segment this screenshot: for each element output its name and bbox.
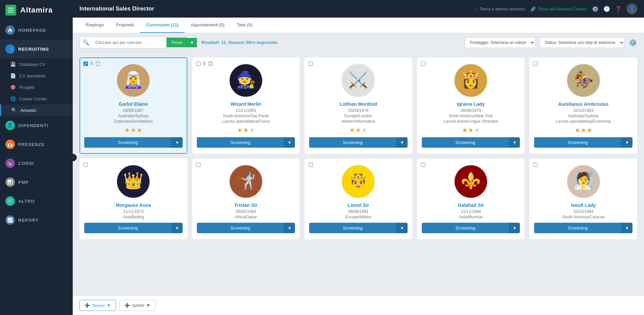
report-icon: 📈 — [5, 215, 15, 225]
candidate-checkbox[interactable] — [84, 163, 88, 167]
sidebar-item-altro[interactable]: ⚙️ ALTRO — [0, 192, 73, 211]
nuovo-plus-icon: ➕ — [85, 303, 90, 308]
star-3: ★ — [474, 126, 480, 134]
homepage-icon: 🏠 — [5, 25, 15, 35]
screening-dropdown-button[interactable]: ▼ — [284, 223, 295, 233]
history-button[interactable]: 🕐 — [603, 6, 610, 12]
screening-dropdown-button[interactable]: ▼ — [284, 137, 295, 148]
candidate-name: Wizard Merlin — [230, 101, 261, 107]
azioni-button[interactable]: ➕ Azioni ▼ — [119, 300, 155, 311]
settings-button[interactable]: ⚙️ — [592, 6, 599, 12]
candidate-card[interactable]: ⚔️ Lothian Mordred 03/03/1974 Europe/Lon… — [304, 57, 412, 154]
screening-button[interactable]: Screening — [422, 223, 509, 233]
screening-button[interactable]: Screening — [309, 223, 396, 233]
sidebar-item-recruiting[interactable]: 👥 RECRUITING — [0, 40, 73, 58]
nuovo-button[interactable]: ➕ Nuovo ▼ — [79, 300, 116, 311]
candidate-card[interactable]: 👑 Morgause Anna 11/11/1973 Asia/Beijing … — [79, 159, 187, 239]
hamburger-button[interactable] — [5, 5, 16, 16]
candidate-name: Garlot Elaine — [119, 101, 148, 107]
sidebar-item-corsi[interactable]: 📚 CORSI — [0, 154, 73, 173]
sidebar-item-pmp[interactable]: 📊 PMP — [0, 173, 73, 192]
sidebar-item-career-center[interactable]: 🌐 Career Center — [0, 93, 73, 104]
candidate-card[interactable]: 🤺 Tristan Sir 05/05/1964 Africa/Dakar Sc… — [192, 159, 300, 239]
help-button[interactable]: ❓ — [615, 6, 622, 12]
screening-dropdown-button[interactable]: ▼ — [509, 223, 520, 233]
corsi-icon: 📚 — [5, 159, 15, 168]
screening-button[interactable]: Screening — [422, 137, 509, 148]
candidate-checkbox[interactable] — [196, 163, 201, 167]
sidebar-item-cv-spontanei[interactable]: 📄 CV spontanei — [0, 70, 73, 81]
candidate-education: Laurea specialistica/Economia — [556, 119, 611, 124]
status-select[interactable]: Status: Seleziona uno step di selezione — [539, 37, 625, 48]
score-select[interactable]: Punteggio: Seleziona un valore — [465, 37, 535, 48]
screening-button[interactable]: Screening — [534, 137, 621, 148]
candidate-name: Morgause Anna — [116, 202, 151, 208]
trova-button[interactable]: Trova — [166, 38, 187, 47]
candidate-card[interactable]: 🤴 Lionel Sir 08/08/1991 Europe/Milano Sc… — [304, 159, 412, 239]
candidate-checkbox[interactable] — [421, 62, 426, 66]
candidate-card[interactable]: 👸 Igraine Lady 06/06/1979 North America/… — [417, 57, 525, 154]
tab-task[interactable]: Task (0) — [231, 18, 258, 33]
pmp-icon: 📊 — [5, 177, 15, 187]
screening-btn-wrapper: Screening ▼ — [534, 223, 632, 233]
screening-button[interactable]: Screening — [534, 223, 621, 233]
candidate-checkbox[interactable] — [421, 163, 426, 167]
candidate-card[interactable]: ⚜️ Galahad Sir 11/11/1966 Asia/Mumbai Sc… — [417, 159, 525, 239]
tab-appuntamenti[interactable]: Appuntamenti (0) — [185, 18, 231, 33]
candidate-avatar: 🧙 — [229, 64, 263, 97]
candidate-date: 11/11/1966 — [461, 209, 481, 214]
back-to-list-link[interactable]: ↑ Torna a elenco annunci — [475, 6, 525, 12]
screening-dropdown-button[interactable]: ▼ — [621, 137, 632, 148]
screening-button[interactable]: Screening — [309, 137, 396, 148]
cv-spontanei-icon: 📄 — [10, 73, 16, 78]
candidate-checkbox[interactable] — [84, 62, 88, 66]
sidebar-item-presenze[interactable]: 📅 PRESENZE — [0, 135, 73, 154]
candidate-avatar: 🧖 — [567, 165, 600, 198]
sidebar-item-report[interactable]: 📈 REPORT — [0, 211, 73, 229]
candidate-card[interactable]: ☰📋 🧙 Wizard Merlin 11/11/1955 South Amer… — [192, 57, 300, 154]
candidate-checkbox[interactable] — [196, 62, 201, 66]
trova-dropdown-button[interactable]: ▼ — [187, 38, 197, 47]
candidate-checkbox[interactable] — [533, 163, 538, 167]
candidate-date: 11/11/1955 — [236, 108, 256, 113]
candidate-checkbox[interactable] — [533, 62, 538, 66]
screening-button[interactable]: Screening — [84, 137, 171, 148]
candidate-card[interactable]: ☰📋 🧝‍♀️ Garlot Elaine 08/08/1987 Austral… — [79, 57, 187, 154]
screening-dropdown-button[interactable]: ▼ — [621, 223, 632, 233]
candidate-checkbox[interactable] — [308, 163, 313, 167]
sidebar-item-annunci[interactable]: 🔍 Annunci — [0, 104, 73, 116]
user-avatar[interactable]: 👤 — [626, 3, 637, 14]
sidebar-item-homepage[interactable]: 🏠 HOMEPAGE — [0, 21, 73, 40]
candidate-location: Asia/Mumbai — [459, 215, 482, 219]
screening-btn-wrapper: Screening ▼ — [309, 223, 408, 233]
search-input[interactable] — [92, 38, 166, 47]
progetti-icon: 🎯 — [10, 84, 16, 90]
candidate-checkbox[interactable] — [308, 62, 313, 66]
candidate-card[interactable]: 🧖 Iseult Lady 10/10/1984 South America/C… — [529, 159, 637, 239]
screening-button[interactable]: Screening — [84, 223, 171, 233]
tab-curriculum[interactable]: Curriculum (11) — [140, 18, 185, 33]
screening-dropdown-button[interactable]: ▼ — [396, 137, 408, 148]
screening-dropdown-button[interactable]: ▼ — [171, 137, 183, 148]
candidate-avatar: 👑 — [116, 165, 150, 198]
screening-dropdown-button[interactable]: ▼ — [171, 223, 183, 233]
tab-proprieta[interactable]: Proprietà — [110, 18, 140, 33]
sidebar-item-progetti[interactable]: 🎯 Progetti — [0, 81, 73, 93]
candidate-card[interactable]: 🏇 Aurelianus Ambrosius 10/10/1983 Austra… — [529, 57, 637, 154]
screening-btn-wrapper: Screening ▼ — [84, 137, 183, 148]
sidebar-item-database-cv[interactable]: 💾 Database CV — [0, 58, 73, 70]
screening-button[interactable]: Screening — [197, 223, 284, 233]
candidate-avatar: 👸 — [454, 64, 488, 97]
candidate-name: Igraine Lady — [457, 101, 485, 107]
sidebar-item-dipendenti[interactable]: 👤 DIPENDENTI — [0, 116, 73, 135]
tab-bar: Riepilogo Proprietà Curriculum (11) Appu… — [73, 18, 644, 33]
svg-text:🧖: 🧖 — [573, 171, 594, 190]
screening-dropdown-button[interactable]: ▼ — [396, 223, 408, 233]
tab-riepilogo[interactable]: Riepilogo — [79, 18, 110, 33]
screening-button[interactable]: Screening — [197, 137, 284, 148]
sidebar-collapse-button[interactable]: ‹ — [69, 154, 77, 161]
filter-settings-icon[interactable]: ⚙️ — [629, 39, 637, 47]
screening-dropdown-button[interactable]: ▼ — [509, 137, 520, 148]
classic-link[interactable]: 🔗 Torna ad Altamira Classic — [530, 6, 587, 11]
candidate-location: South America/Sao Paulo — [223, 114, 269, 118]
